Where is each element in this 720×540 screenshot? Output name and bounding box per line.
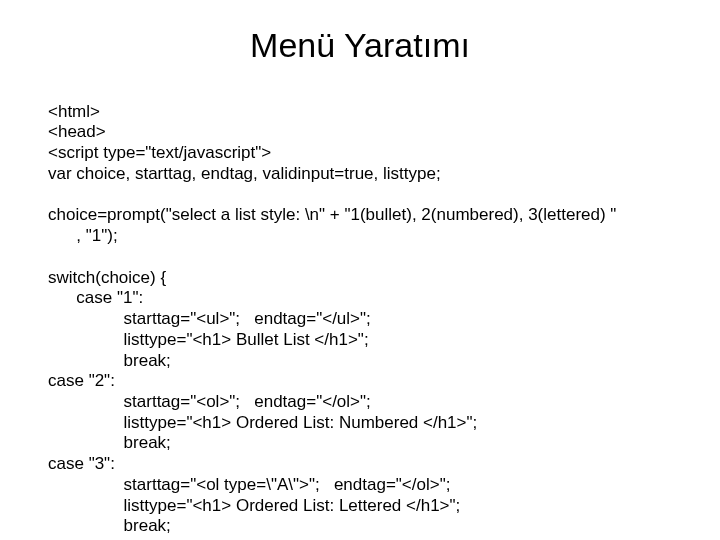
code-line: <head> (48, 122, 106, 141)
code-line: listtype="<h1> Bullet List </h1>"; (48, 330, 369, 349)
code-line: starttag="<ul>"; endtag="</ul>"; (48, 309, 371, 328)
code-line: break; (48, 516, 171, 535)
slide: Menü Yaratımı <html> <head> <script type… (0, 0, 720, 540)
code-line: case "2": (48, 371, 115, 390)
code-line: <html> (48, 102, 100, 121)
code-block: <html> <head> <script type="text/javascr… (48, 81, 672, 540)
code-line: starttag="<ol>"; endtag="</ol>"; (48, 392, 371, 411)
code-line: break; (48, 351, 171, 370)
code-line: listtype="<h1> Ordered List: Lettered </… (48, 496, 460, 515)
code-line: listtype="<h1> Ordered List: Numbered </… (48, 413, 477, 432)
code-line: <script type="text/javascript"> (48, 143, 271, 162)
code-line: switch(choice) { (48, 268, 166, 287)
code-line: , "1"); (48, 226, 118, 245)
code-line: choice=prompt("select a list style: \n" … (48, 205, 616, 224)
slide-title: Menü Yaratımı (48, 26, 672, 65)
code-line: case "3": (48, 454, 115, 473)
code-line: var choice, starttag, endtag, validinput… (48, 164, 441, 183)
code-line: break; (48, 433, 171, 452)
code-line: case "1": (48, 288, 143, 307)
code-line: starttag="<ol type=\"A\">"; endtag="</ol… (48, 475, 450, 494)
